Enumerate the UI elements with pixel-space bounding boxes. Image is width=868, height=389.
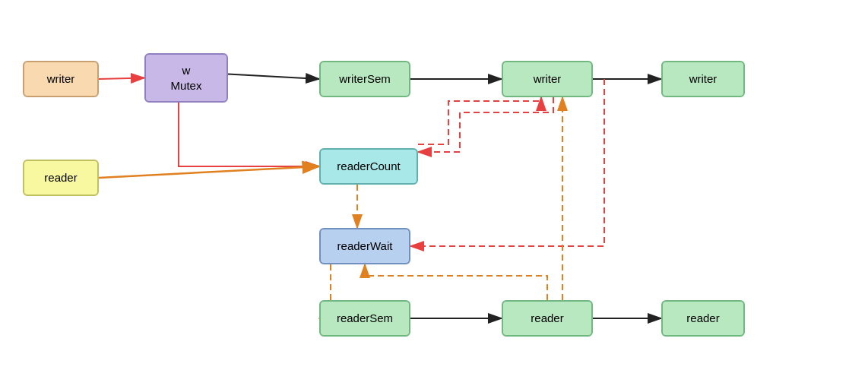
- reader-left-node: reader: [23, 160, 99, 196]
- readerWait-node: readerWait: [319, 228, 410, 264]
- writer-left-node: writer: [23, 61, 99, 97]
- writer-right-node: writer: [661, 61, 745, 97]
- mutex-node: w Mutex: [144, 53, 228, 103]
- svg-line-5: [99, 78, 144, 80]
- readerSem-node: readerSem: [319, 300, 410, 337]
- writer-mid-node: writer: [502, 61, 593, 97]
- reader-right-node: reader: [661, 300, 745, 337]
- svg-line-6: [228, 74, 319, 80]
- reader-mid-node: reader: [502, 300, 593, 337]
- writerSem-node: writerSem: [319, 61, 410, 97]
- readerCount-node: readerCount: [319, 148, 418, 185]
- svg-line-9: [99, 166, 319, 178]
